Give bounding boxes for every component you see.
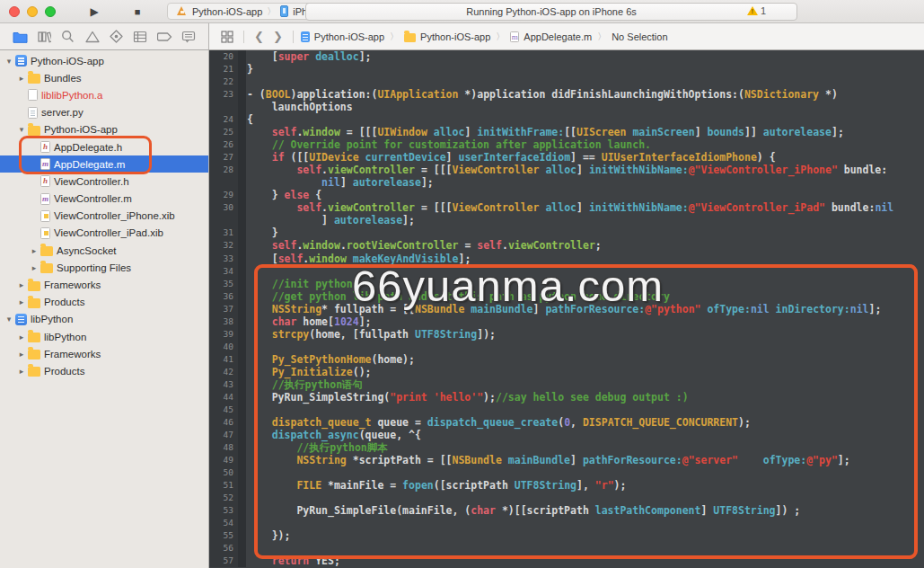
line-number[interactable] bbox=[209, 214, 238, 226]
line-number[interactable]: 43 bbox=[209, 378, 238, 391]
sidebar-item-products[interactable]: ▸Products bbox=[0, 362, 208, 379]
line-number[interactable]: 51 bbox=[209, 479, 238, 492]
code-line[interactable]: 44 PyRun_SimpleString("print 'hello'");/… bbox=[209, 391, 924, 404]
code-line[interactable]: 53 PyRun_SimpleFile(mainFile, (char *)[[… bbox=[209, 504, 924, 517]
line-number[interactable]: 29 bbox=[209, 189, 238, 201]
line-number[interactable]: 37 bbox=[209, 303, 238, 315]
code-line[interactable]: 37 NSString* fullpath = [[NSBundle mainB… bbox=[209, 303, 924, 315]
symbol-navigator-icon[interactable] bbox=[35, 28, 53, 46]
line-number[interactable]: 56 bbox=[209, 542, 238, 555]
code-line[interactable]: 20 [super dealloc]; bbox=[209, 50, 924, 63]
disclosure-triangle[interactable]: ▸ bbox=[16, 350, 27, 359]
line-number[interactable]: 42 bbox=[209, 366, 238, 378]
disclosure-triangle[interactable]: ▸ bbox=[16, 333, 27, 342]
sidebar-item-libpython[interactable]: ▸libPython bbox=[0, 328, 208, 345]
code-line[interactable]: 29 } else { bbox=[209, 189, 924, 201]
line-number[interactable]: 21 bbox=[209, 63, 238, 75]
code-line[interactable]: 47 dispatch_async(queue, ^{ bbox=[209, 429, 924, 441]
sidebar-item-liblibpython-a[interactable]: liblibPython.a bbox=[0, 86, 208, 103]
code-line[interactable]: 43 //执行python语句 bbox=[209, 378, 924, 391]
line-number[interactable]: 39 bbox=[209, 328, 238, 341]
forward-button[interactable]: ❯ bbox=[268, 30, 287, 43]
code-line[interactable]: nil] autorelease]; bbox=[209, 176, 924, 189]
line-number[interactable] bbox=[209, 101, 238, 113]
code-line[interactable]: ] autorelease]; bbox=[209, 214, 924, 226]
code-line[interactable]: 48 //执行python脚本 bbox=[209, 441, 924, 454]
line-number[interactable]: 35 bbox=[209, 278, 238, 290]
code-line[interactable]: 56 bbox=[209, 542, 924, 555]
line-number[interactable]: 40 bbox=[209, 341, 238, 353]
line-number[interactable]: 32 bbox=[209, 239, 238, 252]
line-number[interactable]: 38 bbox=[209, 315, 238, 328]
line-number[interactable]: 57 bbox=[209, 555, 238, 567]
related-items-icon[interactable] bbox=[221, 31, 233, 43]
sidebar-item-server-py[interactable]: server.py bbox=[0, 104, 208, 121]
report-navigator-icon[interactable] bbox=[180, 28, 198, 46]
sidebar-item-python-ios-app[interactable]: ▾Python-iOS-app bbox=[0, 52, 208, 69]
sidebar-item-viewcontroller-iphone-xib[interactable]: ViewController_iPhone.xib bbox=[0, 208, 208, 225]
code-line[interactable]: 34 bbox=[209, 265, 924, 278]
code-line[interactable]: 40 bbox=[209, 341, 924, 353]
code-line[interactable]: 26 // Override point for customization a… bbox=[209, 138, 924, 151]
disclosure-triangle[interactable]: ▸ bbox=[29, 246, 40, 255]
line-number[interactable]: 27 bbox=[209, 151, 238, 164]
line-number[interactable]: 45 bbox=[209, 404, 238, 416]
line-number[interactable]: 36 bbox=[209, 290, 238, 303]
line-number[interactable]: 22 bbox=[209, 75, 238, 88]
issues-badge[interactable]: 1 bbox=[747, 5, 766, 16]
code-line[interactable]: 41 Py_SetPythonHome(home); bbox=[209, 353, 924, 366]
sidebar-item-appdelegate-m[interactable]: AppDelegate.m bbox=[0, 155, 208, 173]
disclosure-triangle[interactable]: ▾ bbox=[16, 125, 27, 134]
code-line[interactable]: 54 bbox=[209, 517, 924, 529]
disclosure-triangle[interactable]: ▾ bbox=[4, 57, 14, 66]
sidebar-item-appdelegate-h[interactable]: AppDelegate.h bbox=[0, 138, 208, 155]
test-navigator-icon[interactable] bbox=[107, 28, 125, 46]
code-line[interactable]: 57 return YES; bbox=[209, 555, 924, 567]
issue-navigator-icon[interactable] bbox=[84, 28, 101, 46]
disclosure-triangle[interactable]: ▸ bbox=[16, 297, 27, 306]
code-line[interactable]: 28 self.viewController = [[[ViewControll… bbox=[209, 164, 924, 176]
line-number[interactable]: 47 bbox=[209, 429, 238, 441]
project-navigator-icon[interactable] bbox=[11, 28, 29, 46]
code-line[interactable]: 38 char home[1024]; bbox=[209, 315, 924, 328]
code-line[interactable]: 33 [self.window makeKeyAndVisible]; bbox=[209, 253, 924, 265]
line-number[interactable]: 34 bbox=[209, 265, 238, 278]
sidebar-item-viewcontroller-h[interactable]: ViewController.h bbox=[0, 173, 208, 190]
line-number[interactable]: 55 bbox=[209, 529, 238, 542]
breadcrumb-item[interactable]: No Selection bbox=[612, 31, 667, 42]
line-number[interactable]: 28 bbox=[209, 164, 238, 176]
code-line[interactable]: 51 FILE *mainFile = fopen([scriptPath UT… bbox=[209, 479, 924, 492]
line-number[interactable]: 25 bbox=[209, 126, 238, 138]
code-line[interactable]: 25 self.window = [[[UIWindow alloc] init… bbox=[209, 126, 924, 138]
debug-navigator-icon[interactable] bbox=[131, 28, 149, 46]
disclosure-triangle[interactable]: ▸ bbox=[16, 74, 27, 83]
minimize-button[interactable] bbox=[27, 6, 38, 17]
breadcrumb-item[interactable]: Python-iOS-app bbox=[404, 31, 490, 42]
code-line[interactable]: 36 //get python lib path and set this pa… bbox=[209, 290, 924, 303]
code-line[interactable]: 32 self.window.rootViewController = self… bbox=[209, 239, 924, 252]
line-number[interactable]: 53 bbox=[209, 504, 238, 517]
breakpoint-navigator-icon[interactable] bbox=[155, 28, 173, 46]
code-line[interactable]: 22 bbox=[209, 75, 924, 88]
sidebar-item-frameworks[interactable]: ▸Frameworks bbox=[0, 276, 208, 293]
line-number[interactable]: 46 bbox=[209, 416, 238, 429]
code-line[interactable]: 31 } bbox=[209, 226, 924, 239]
line-number[interactable]: 54 bbox=[209, 517, 238, 529]
sidebar-item-bundles[interactable]: ▸Bundles bbox=[0, 69, 208, 86]
code-line[interactable]: 50 bbox=[209, 466, 924, 479]
sidebar-item-products[interactable]: ▸Products bbox=[0, 294, 208, 311]
line-number[interactable]: 24 bbox=[209, 113, 238, 126]
line-number[interactable]: 31 bbox=[209, 226, 238, 239]
line-number[interactable]: 49 bbox=[209, 454, 238, 466]
disclosure-triangle[interactable]: ▸ bbox=[16, 367, 27, 376]
code-line[interactable]: 49 NSString *scriptPath = [[NSBundle mai… bbox=[209, 454, 924, 466]
line-number[interactable] bbox=[209, 176, 238, 189]
code-line[interactable]: 46 dispatch_queue_t queue = dispatch_que… bbox=[209, 416, 924, 429]
code-line[interactable]: 23- (BOOL)application:(UIApplication *)a… bbox=[209, 88, 924, 101]
line-number[interactable]: 41 bbox=[209, 353, 238, 366]
sidebar-item-libpython[interactable]: ▾libPython bbox=[0, 311, 208, 328]
code-line[interactable]: launchOptions bbox=[209, 101, 924, 113]
code-line[interactable]: 21} bbox=[209, 63, 924, 75]
line-number[interactable]: 23 bbox=[209, 88, 238, 101]
sidebar-item-viewcontroller-ipad-xib[interactable]: ViewController_iPad.xib bbox=[0, 225, 208, 242]
